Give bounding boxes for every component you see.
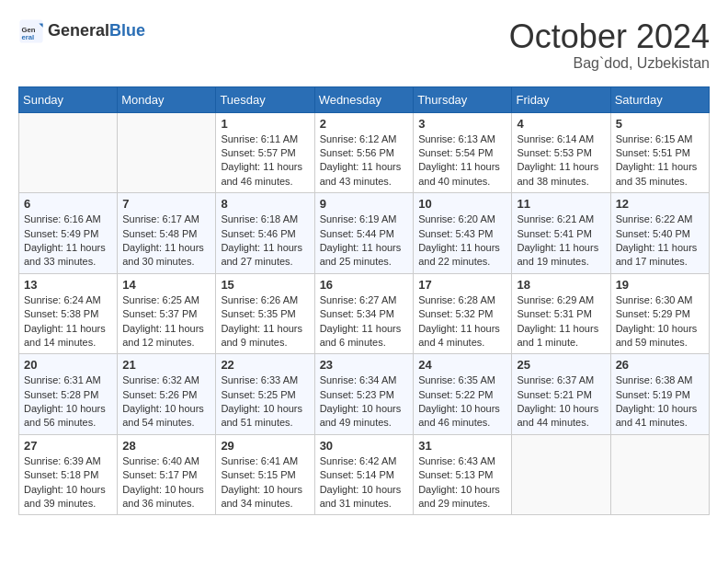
day-number: 27 [24,439,112,453]
day-info: Sunrise: 6:43 AMSunset: 5:13 PMDaylight:… [418,454,506,511]
day-info: Sunrise: 6:12 AMSunset: 5:56 PMDaylight:… [320,132,409,190]
logo: Gen eral GeneralBlue [18,18,145,44]
day-number: 1 [221,117,309,131]
day-number: 9 [320,197,409,211]
weekday-header: Sunday [19,86,118,112]
day-info: Sunrise: 6:15 AMSunset: 5:51 PMDaylight:… [616,132,704,190]
calendar-day-cell: 24Sunrise: 6:35 AMSunset: 5:22 PMDayligh… [414,354,512,435]
calendar-day-cell: 16Sunrise: 6:27 AMSunset: 5:34 PMDayligh… [314,273,414,354]
day-number: 20 [24,358,112,372]
day-info: Sunrise: 6:35 AMSunset: 5:22 PMDaylight:… [418,373,506,431]
calendar-week-row: 1Sunrise: 6:11 AMSunset: 5:57 PMDaylight… [19,112,710,193]
calendar-day-cell: 29Sunrise: 6:41 AMSunset: 5:15 PMDayligh… [216,434,314,515]
day-info: Sunrise: 6:33 AMSunset: 5:25 PMDaylight:… [221,373,309,431]
calendar-day-cell [118,112,216,193]
day-number: 7 [122,197,210,211]
calendar-day-cell: 7Sunrise: 6:17 AMSunset: 5:48 PMDaylight… [118,193,216,274]
calendar-day-cell: 23Sunrise: 6:34 AMSunset: 5:23 PMDayligh… [314,354,414,435]
calendar-subtitle: Bag`dod, Uzbekistan [509,55,710,72]
day-info: Sunrise: 6:27 AMSunset: 5:34 PMDaylight:… [320,293,409,350]
calendar-day-cell: 10Sunrise: 6:20 AMSunset: 5:43 PMDayligh… [414,193,512,274]
calendar-day-cell: 11Sunrise: 6:21 AMSunset: 5:41 PMDayligh… [512,193,610,274]
calendar-day-cell: 9Sunrise: 6:19 AMSunset: 5:44 PMDaylight… [314,193,414,274]
svg-text:eral: eral [22,33,35,41]
day-number: 3 [418,117,506,131]
calendar-day-cell: 19Sunrise: 6:30 AMSunset: 5:29 PMDayligh… [610,273,709,354]
calendar-day-cell: 27Sunrise: 6:39 AMSunset: 5:18 PMDayligh… [19,434,118,515]
day-number: 6 [24,197,112,211]
day-info: Sunrise: 6:31 AMSunset: 5:28 PMDaylight:… [24,373,112,431]
day-number: 17 [418,278,506,292]
day-info: Sunrise: 6:34 AMSunset: 5:23 PMDaylight:… [320,373,409,431]
logo-icon: Gen eral [18,18,44,44]
day-number: 8 [221,197,309,211]
day-info: Sunrise: 6:30 AMSunset: 5:29 PMDaylight:… [616,293,704,350]
calendar-week-row: 27Sunrise: 6:39 AMSunset: 5:18 PMDayligh… [19,434,710,515]
calendar-day-cell [512,434,610,515]
day-number: 14 [122,278,210,292]
day-number: 4 [517,117,605,131]
day-number: 23 [320,358,409,372]
day-info: Sunrise: 6:28 AMSunset: 5:32 PMDaylight:… [418,293,506,350]
calendar-week-row: 13Sunrise: 6:24 AMSunset: 5:38 PMDayligh… [19,273,710,354]
calendar-day-cell: 30Sunrise: 6:42 AMSunset: 5:14 PMDayligh… [314,434,414,515]
day-info: Sunrise: 6:25 AMSunset: 5:37 PMDaylight:… [122,293,210,350]
day-number: 22 [221,358,309,372]
day-number: 19 [616,278,704,292]
calendar-day-cell: 2Sunrise: 6:12 AMSunset: 5:56 PMDaylight… [314,112,414,193]
day-number: 15 [221,278,309,292]
calendar-day-cell: 12Sunrise: 6:22 AMSunset: 5:40 PMDayligh… [610,193,709,274]
calendar-day-cell [610,434,709,515]
calendar-day-cell: 20Sunrise: 6:31 AMSunset: 5:28 PMDayligh… [19,354,118,435]
day-number: 5 [616,117,704,131]
day-info: Sunrise: 6:32 AMSunset: 5:26 PMDaylight:… [122,373,210,431]
day-number: 25 [517,358,605,372]
title-block: October 2024 Bag`dod, Uzbekistan [509,18,710,72]
calendar-day-cell: 25Sunrise: 6:37 AMSunset: 5:21 PMDayligh… [512,354,610,435]
day-number: 30 [320,439,409,453]
day-info: Sunrise: 6:39 AMSunset: 5:18 PMDaylight:… [24,454,112,511]
calendar-title: October 2024 [509,18,710,55]
day-info: Sunrise: 6:29 AMSunset: 5:31 PMDaylight:… [517,293,605,350]
calendar-day-cell: 3Sunrise: 6:13 AMSunset: 5:54 PMDaylight… [414,112,512,193]
day-info: Sunrise: 6:38 AMSunset: 5:19 PMDaylight:… [616,373,704,431]
calendar-day-cell: 17Sunrise: 6:28 AMSunset: 5:32 PMDayligh… [414,273,512,354]
calendar-day-cell: 8Sunrise: 6:18 AMSunset: 5:46 PMDaylight… [216,193,314,274]
calendar-day-cell: 5Sunrise: 6:15 AMSunset: 5:51 PMDaylight… [610,112,709,193]
calendar-day-cell: 31Sunrise: 6:43 AMSunset: 5:13 PMDayligh… [414,434,512,515]
calendar-day-cell [19,112,118,193]
weekday-header: Monday [118,86,216,112]
day-info: Sunrise: 6:21 AMSunset: 5:41 PMDaylight:… [517,213,605,270]
weekday-header: Thursday [414,86,512,112]
day-info: Sunrise: 6:13 AMSunset: 5:54 PMDaylight:… [418,132,506,190]
calendar-day-cell: 26Sunrise: 6:38 AMSunset: 5:19 PMDayligh… [610,354,709,435]
day-number: 2 [320,117,409,131]
calendar-day-cell: 21Sunrise: 6:32 AMSunset: 5:26 PMDayligh… [118,354,216,435]
calendar-day-cell: 18Sunrise: 6:29 AMSunset: 5:31 PMDayligh… [512,273,610,354]
day-info: Sunrise: 6:17 AMSunset: 5:48 PMDaylight:… [122,213,210,270]
calendar-table: SundayMondayTuesdayWednesdayThursdayFrid… [18,86,710,516]
day-number: 10 [418,197,506,211]
calendar-week-row: 6Sunrise: 6:16 AMSunset: 5:49 PMDaylight… [19,193,710,274]
day-number: 24 [418,358,506,372]
calendar-day-cell: 4Sunrise: 6:14 AMSunset: 5:53 PMDaylight… [512,112,610,193]
day-number: 28 [122,439,210,453]
calendar-day-cell: 6Sunrise: 6:16 AMSunset: 5:49 PMDaylight… [19,193,118,274]
calendar-header: SundayMondayTuesdayWednesdayThursdayFrid… [19,86,710,112]
calendar-day-cell: 15Sunrise: 6:26 AMSunset: 5:35 PMDayligh… [216,273,314,354]
calendar-day-cell: 28Sunrise: 6:40 AMSunset: 5:17 PMDayligh… [118,434,216,515]
day-number: 16 [320,278,409,292]
logo-blue: Blue [109,21,145,40]
day-number: 13 [24,278,112,292]
day-number: 11 [517,197,605,211]
day-info: Sunrise: 6:24 AMSunset: 5:38 PMDaylight:… [24,293,112,350]
day-number: 12 [616,197,704,211]
day-info: Sunrise: 6:14 AMSunset: 5:53 PMDaylight:… [517,132,605,190]
day-info: Sunrise: 6:41 AMSunset: 5:15 PMDaylight:… [221,454,309,511]
day-info: Sunrise: 6:40 AMSunset: 5:17 PMDaylight:… [122,454,210,511]
weekday-header: Saturday [610,86,709,112]
weekday-header: Wednesday [314,86,414,112]
day-number: 21 [122,358,210,372]
calendar-day-cell: 13Sunrise: 6:24 AMSunset: 5:38 PMDayligh… [19,273,118,354]
day-info: Sunrise: 6:22 AMSunset: 5:40 PMDaylight:… [616,213,704,270]
